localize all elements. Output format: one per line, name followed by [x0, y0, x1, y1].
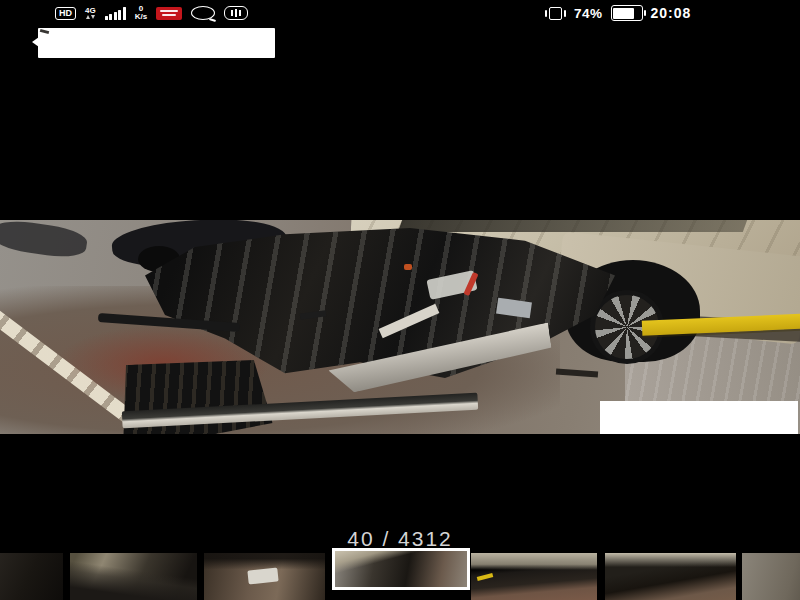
thumbnail-5-yellow-mark [477, 573, 493, 581]
photo-layer-cowl-shadow [398, 220, 747, 232]
banner-notch [32, 37, 39, 47]
thumbnail-5[interactable] [471, 553, 597, 600]
thumbnail-3-part [247, 567, 278, 584]
red-notification-badge-icon [156, 7, 182, 20]
photo-layer-debris-2 [556, 369, 598, 378]
battery-icon [611, 5, 643, 21]
mobile-network-4g-icon: 4G [85, 7, 96, 19]
thumbnail-1[interactable] [0, 553, 63, 600]
photo-redaction-box [600, 401, 798, 434]
data-arrows-icon [86, 15, 95, 19]
thumbnail-7[interactable] [742, 553, 800, 600]
status-bar-right: 74% 20:08 [545, 3, 691, 23]
status-bar: HD 4G 0 K/s 74% 20:08 [0, 0, 800, 26]
photo-layer-tow-hook [404, 264, 412, 270]
status-bar-left: HD 4G 0 K/s [55, 3, 248, 23]
phone-screen: HD 4G 0 K/s 74% 20:08 [0, 0, 800, 600]
hd-badge-icon: HD [55, 7, 76, 20]
banner-ink-mark [40, 29, 49, 34]
thumbnail-6[interactable] [605, 553, 736, 600]
network-type-label: 4G [85, 7, 96, 14]
network-speed-indicator: 0 K/s [135, 5, 147, 21]
network-speed-unit: K/s [135, 13, 147, 21]
battery-percent-label: 74% [574, 6, 603, 21]
photo-layer-debris-left [0, 220, 89, 260]
messenger-notification-icon [191, 6, 215, 20]
thumbnail-2[interactable] [70, 553, 197, 600]
thumbnail-4-selected[interactable] [332, 548, 470, 590]
nfc-icon [549, 7, 562, 20]
photo-main[interactable] [0, 220, 800, 434]
filmstrip[interactable] [0, 548, 800, 600]
sound-profile-icon [224, 6, 248, 20]
thumbnail-3[interactable] [204, 553, 325, 600]
signal-strength-icon [105, 7, 126, 20]
clock-time: 20:08 [651, 5, 692, 21]
notification-banner-redacted[interactable] [38, 28, 275, 58]
